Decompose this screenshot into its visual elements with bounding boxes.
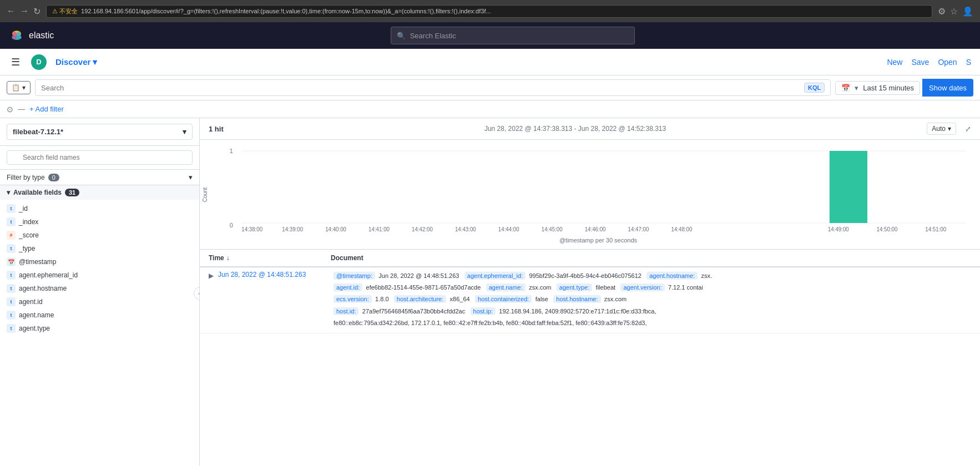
row-time[interactable]: Jun 28, 2022 @ 14:48:51.263 bbox=[218, 271, 329, 278]
back-icon[interactable]: ← bbox=[7, 6, 16, 16]
field-badge-agent-name: agent.name: bbox=[486, 283, 526, 291]
show-dates-button[interactable]: Show dates bbox=[922, 79, 973, 97]
svg-text:14:40:00: 14:40:00 bbox=[325, 226, 346, 232]
field-item-agent-id[interactable]: t agent.id bbox=[0, 295, 199, 308]
field-value-host-arch: x86_64 bbox=[450, 296, 470, 302]
field-badge-hostname: agent.hostname: bbox=[646, 272, 698, 280]
filter-bar: 📋 ▾ KQL 📅 ▾ Last 15 minutes Show dates bbox=[0, 75, 980, 100]
settings-icon[interactable]: ⚙ bbox=[938, 6, 946, 17]
hamburger-button[interactable]: ☰ bbox=[9, 54, 22, 70]
elastic-search-bar[interactable]: 🔍 bbox=[391, 27, 635, 44]
filter-by-type-chevron-icon: ▾ bbox=[189, 173, 193, 181]
discover-nav-button[interactable]: Discover ▾ bbox=[55, 57, 97, 67]
field-item-timestamp[interactable]: 📅 @timestamp bbox=[0, 255, 199, 269]
user-icon[interactable]: 👤 bbox=[962, 6, 973, 17]
field-badge-agent-id: agent.id: bbox=[334, 283, 362, 291]
field-item-agent-ephemeral-id[interactable]: t agent.ephemeral_id bbox=[0, 269, 199, 282]
th-time[interactable]: Time ↓ bbox=[209, 254, 331, 262]
elastic-search-input[interactable] bbox=[410, 32, 629, 40]
add-filter-button[interactable]: + Add filter bbox=[29, 105, 64, 113]
row-expand-button[interactable]: ▶ bbox=[209, 272, 214, 280]
chart-bar[interactable] bbox=[830, 151, 867, 223]
field-badge-ecs-version: ecs.version: bbox=[334, 295, 372, 303]
discover-label: Discover bbox=[55, 57, 90, 67]
field-item-agent-name[interactable]: t agent.name bbox=[0, 308, 199, 322]
kql-search-input[interactable] bbox=[41, 84, 804, 92]
svg-text:14:45:00: 14:45:00 bbox=[542, 226, 563, 232]
index-selector-button[interactable]: 📋 ▾ bbox=[7, 81, 31, 94]
field-value-host-hostname: zsx.com bbox=[604, 296, 627, 302]
forward-icon[interactable]: → bbox=[20, 6, 29, 16]
field-type-icon: # bbox=[7, 231, 16, 240]
field-type-icon: t bbox=[7, 284, 16, 293]
secondary-nav: ☰ D Discover ▾ New Save Open S bbox=[0, 49, 980, 75]
sidebar-index-selector: filebeat-7.12.1* ▾ bbox=[0, 118, 199, 146]
available-fields-label: ▾ Available fields 31 bbox=[7, 189, 79, 196]
table-header: Time ↓ Document bbox=[200, 250, 980, 267]
th-document: Document bbox=[331, 254, 363, 262]
field-badge-agent-type: agent.type: bbox=[557, 283, 592, 291]
field-badge-host-ip: host.ip: bbox=[471, 307, 496, 315]
time-range-selector[interactable]: 📅 ▾ Last 15 minutes bbox=[835, 81, 920, 95]
svg-text:14:38:00: 14:38:00 bbox=[241, 226, 262, 232]
time-range-text: Last 15 minutes bbox=[863, 84, 914, 92]
doc-line-5: fe80::eb8c:795a:d342:26bd, 172.17.0.1, f… bbox=[334, 318, 971, 328]
field-value-ecs-version: 1.8.0 bbox=[375, 296, 388, 302]
auto-select[interactable]: Auto ▾ bbox=[927, 123, 956, 135]
avatar: D bbox=[31, 54, 47, 70]
new-button[interactable]: New bbox=[887, 58, 902, 67]
field-value-host-ip-2: fe80::eb8c:795a:d342:26bd, 172.17.0.1, f… bbox=[334, 320, 647, 326]
doc-line-1: @timestamp: Jun 28, 2022 @ 14:48:51.263 … bbox=[334, 271, 971, 281]
refresh-icon[interactable]: ↻ bbox=[33, 6, 41, 17]
field-item-type[interactable]: t _type bbox=[0, 242, 199, 255]
open-button[interactable]: Open bbox=[938, 58, 957, 67]
field-name: _id bbox=[19, 205, 28, 212]
field-name: _score bbox=[19, 231, 39, 239]
field-item-agent-type[interactable]: t agent.type bbox=[0, 322, 199, 335]
field-type-icon: 📅 bbox=[7, 257, 16, 266]
field-type-icon: t bbox=[7, 204, 16, 213]
field-item-agent-hostname[interactable]: t agent.hostname bbox=[0, 282, 199, 295]
field-item-id[interactable]: t _id bbox=[0, 202, 199, 215]
hits-bar: 1 hit Jun 28, 2022 @ 14:37:38.313 - Jun … bbox=[200, 118, 980, 140]
field-value-agent-version: 7.12.1 contai bbox=[668, 284, 703, 291]
nav-right-actions: New Save Open S bbox=[887, 58, 971, 67]
field-value-agent-type: filebeat bbox=[596, 284, 615, 291]
warning-icon: ⚠ 不安全 bbox=[52, 7, 78, 16]
star-icon[interactable]: ☆ bbox=[950, 6, 958, 17]
save-button[interactable]: Save bbox=[911, 58, 929, 67]
filter-by-type[interactable]: Filter by type 0 ▾ bbox=[0, 170, 199, 185]
elastic-topnav: elastic 🔍 bbox=[0, 22, 980, 49]
elastic-logo-text: elastic bbox=[29, 31, 54, 40]
row-document: @timestamp: Jun 28, 2022 @ 14:48:51.263 … bbox=[334, 271, 971, 330]
field-name: @timestamp bbox=[19, 258, 57, 266]
field-item-index[interactable]: t _index bbox=[0, 215, 199, 229]
kql-search-wrapper[interactable]: KQL bbox=[35, 79, 831, 96]
chart-expand-icon[interactable]: ⤢ bbox=[965, 125, 971, 133]
field-badge-host-id: host.id: bbox=[334, 307, 358, 315]
svg-text:14:47:00: 14:47:00 bbox=[628, 226, 649, 232]
index-pattern-button[interactable]: filebeat-7.12.1* ▾ bbox=[7, 124, 193, 140]
field-type-icon: t bbox=[7, 244, 16, 253]
elastic-logo[interactable]: elastic bbox=[9, 28, 54, 43]
browser-url-bar[interactable]: ⚠ 不安全 192.168.94.186:5601/app/discover#/… bbox=[46, 5, 932, 18]
chart-x-label: @timestamp per 30 seconds bbox=[225, 237, 971, 244]
field-item-score[interactable]: # _score bbox=[0, 229, 199, 242]
field-badge-timestamp: @timestamp: bbox=[334, 272, 375, 280]
chart-area: Count 1 0 14:38:00 14:39:00 14:40:00 14:… bbox=[200, 140, 980, 250]
svg-text:14:50:00: 14:50:00 bbox=[877, 226, 898, 232]
elastic-logo-icon bbox=[9, 28, 24, 43]
share-button[interactable]: S bbox=[966, 58, 971, 67]
chart-wrapper: 1 0 14:38:00 14:39:00 14:40:00 14:41:00 … bbox=[225, 145, 971, 244]
browser-right-icons: ⚙ ☆ 👤 bbox=[938, 6, 973, 17]
browser-nav-icons: ← → ↻ bbox=[7, 6, 41, 17]
kql-badge[interactable]: KQL bbox=[804, 83, 825, 93]
field-search-input[interactable] bbox=[7, 150, 193, 165]
field-value-host-ip: 192.168.94.186, 2409:8902:5720:e717:1d1c… bbox=[499, 308, 656, 315]
svg-text:14:44:00: 14:44:00 bbox=[498, 226, 519, 232]
field-name: agent.type bbox=[19, 325, 50, 332]
add-filter-row: ⊙ — + Add filter bbox=[0, 100, 980, 118]
field-name: _index bbox=[19, 218, 38, 226]
svg-text:14:41:00: 14:41:00 bbox=[368, 226, 390, 232]
field-value-host-id: 27a9ef75646845f6aa73b0bb4cfdd2ac bbox=[362, 308, 465, 315]
